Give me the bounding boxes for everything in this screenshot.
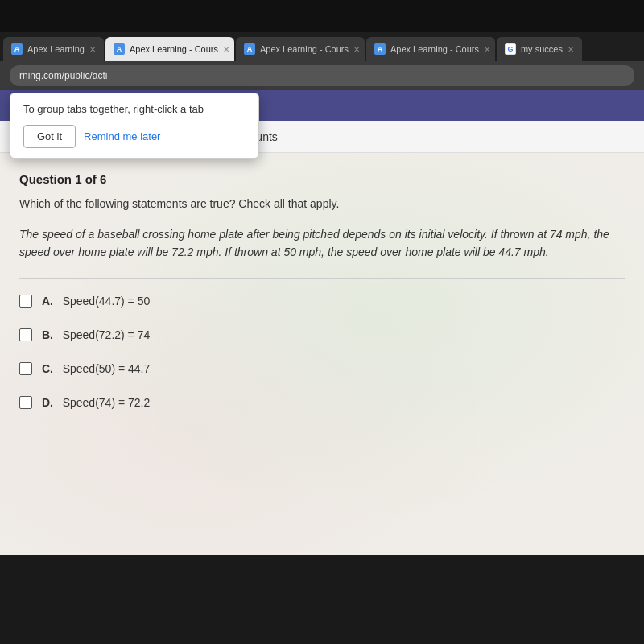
option-letter-b: B. bbox=[42, 328, 53, 341]
tab-apex-learning-3[interactable]: A Apex Learning - Cours ✕ bbox=[236, 37, 365, 61]
option-text-b: Speed(72.2) = 74 bbox=[63, 328, 151, 341]
tab-label-2: Apex Learning - Cours bbox=[130, 44, 218, 54]
tab-label-4: Apex Learning - Cours bbox=[390, 44, 479, 54]
option-c: C. Speed(50) = 44.7 bbox=[19, 359, 625, 378]
main-content: Question 1 of 6 Which of the following s… bbox=[0, 153, 644, 555]
checkbox-d[interactable] bbox=[19, 396, 32, 409]
option-letter-c: C. bbox=[42, 362, 53, 375]
option-text-d: Speed(74) = 72.2 bbox=[63, 396, 151, 409]
option-label-b: B. Speed(72.2) = 74 bbox=[42, 328, 150, 341]
tooltip-popup: To group tabs together, right-click a ta… bbox=[10, 93, 259, 159]
tab-icon-1: A bbox=[11, 43, 23, 55]
tab-close-1[interactable]: ✕ bbox=[89, 45, 96, 54]
tooltip-buttons: Got it Remind me later bbox=[23, 125, 246, 148]
option-b: B. Speed(72.2) = 74 bbox=[19, 325, 625, 345]
tab-icon-4: A bbox=[374, 43, 386, 55]
got-it-button[interactable]: Got it bbox=[23, 125, 76, 148]
option-letter-d: D. bbox=[42, 396, 53, 409]
passage-text: The speed of a baseball crossing home pl… bbox=[19, 225, 625, 262]
tab-google[interactable]: G my succes ✕ bbox=[497, 37, 582, 61]
tab-icon-2: A bbox=[114, 43, 125, 55]
tab-apex-learning-1[interactable]: A Apex Learning ✕ bbox=[3, 37, 104, 61]
option-text-a: Speed(44.7) = 50 bbox=[63, 295, 151, 308]
tab-close-3[interactable]: ✕ bbox=[353, 45, 360, 54]
address-input[interactable] bbox=[10, 65, 634, 86]
option-a: A. Speed(44.7) = 50 bbox=[19, 291, 625, 311]
option-text-c: Speed(50) = 44.7 bbox=[63, 362, 151, 375]
tab-label-1: Apex Learning bbox=[27, 44, 85, 54]
top-bar bbox=[0, 0, 644, 32]
question-header: Question 1 of 6 bbox=[19, 172, 625, 186]
tab-apex-learning-4[interactable]: A Apex Learning - Cours ✕ bbox=[366, 37, 495, 61]
tab-label-google: my succes bbox=[521, 44, 563, 54]
remind-later-button[interactable]: Remind me later bbox=[84, 126, 160, 147]
tab-apex-learning-2[interactable]: A Apex Learning - Cours ✕ bbox=[105, 37, 234, 61]
option-letter-a: A. bbox=[42, 295, 53, 308]
tab-icon-3: A bbox=[244, 43, 255, 55]
tab-close-4[interactable]: ✕ bbox=[484, 45, 490, 54]
tab-label-3: Apex Learning - Cours bbox=[260, 44, 349, 54]
tab-close-google[interactable]: ✕ bbox=[568, 45, 574, 54]
checkbox-c[interactable] bbox=[19, 362, 32, 375]
option-label-d: D. Speed(74) = 72.2 bbox=[42, 396, 150, 409]
tab-bar: A Apex Learning ✕ A Apex Learning - Cour… bbox=[0, 32, 644, 61]
checkbox-a[interactable] bbox=[19, 295, 32, 308]
option-label-a: A. Speed(44.7) = 50 bbox=[42, 295, 150, 308]
address-bar bbox=[0, 61, 644, 90]
option-label-c: C. Speed(50) = 44.7 bbox=[42, 362, 150, 375]
divider bbox=[19, 278, 625, 279]
question-text: Which of the following statements are tr… bbox=[19, 196, 625, 213]
tooltip-title: To group tabs together, right-click a ta… bbox=[23, 103, 246, 115]
option-d: D. Speed(74) = 72.2 bbox=[19, 393, 625, 412]
tab-icon-google: G bbox=[505, 43, 516, 55]
checkbox-b[interactable] bbox=[19, 328, 32, 341]
tab-close-2[interactable]: ✕ bbox=[223, 45, 229, 54]
